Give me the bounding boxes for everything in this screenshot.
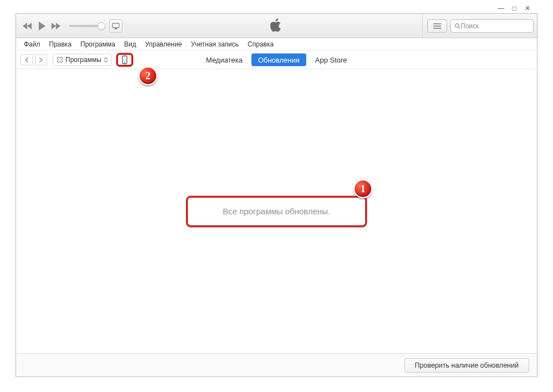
nav-bar: Программы Медиатека Обновления App Store [16,50,537,69]
category-dropdown[interactable]: Программы [53,54,112,66]
tab-library[interactable]: Медиатека [199,53,249,66]
updown-icon [104,57,108,63]
footer-bar: Проверить наличие обновлений [16,353,537,376]
app-window: Файл Правка Программа Вид Управление Уче… [16,13,537,377]
apps-icon [57,56,63,63]
menu-account[interactable]: Учетная запись [186,39,243,49]
window-close-button[interactable]: ✕ [521,3,534,13]
svg-rect-0 [112,23,119,28]
titlebar [16,14,537,38]
svg-point-4 [455,23,458,27]
annotation-badge-1: 1 [354,179,372,198]
update-status-text: Все программы обновлены. [223,207,330,216]
search-box[interactable] [450,19,534,33]
forward-button[interactable] [35,54,47,65]
back-button[interactable] [21,54,33,65]
phone-icon [122,55,127,64]
tab-updates[interactable]: Обновления [252,53,306,66]
previous-track-button[interactable] [22,20,34,32]
tab-appstore[interactable]: App Store [309,53,354,66]
category-label: Программы [65,56,101,64]
content-area: Все программы обновлены. [16,69,537,353]
svg-line-5 [458,27,460,28]
apple-logo-icon [270,18,283,34]
search-input[interactable] [460,22,530,30]
list-view-toggle[interactable] [427,19,447,33]
svg-point-7 [124,62,125,63]
volume-slider[interactable] [69,25,101,27]
next-track-button[interactable] [50,20,63,32]
window-minimize-button[interactable]: — [494,3,508,13]
check-updates-button[interactable]: Проверить наличие обновлений [404,358,529,373]
search-icon [454,23,460,29]
menu-help[interactable]: Справка [243,39,278,49]
device-button[interactable] [116,53,133,66]
menu-view[interactable]: Вид [120,39,141,49]
menu-bar: Файл Правка Программа Вид Управление Уче… [16,38,537,50]
play-button[interactable] [36,20,48,32]
menu-controls[interactable]: Управление [141,39,187,49]
menu-file[interactable]: Файл [19,39,45,49]
menu-edit[interactable]: Правка [45,39,76,49]
annotation-badge-2: 2 [139,66,157,85]
menu-program[interactable]: Программа [76,39,120,49]
update-status-box: Все программы обновлены. [186,196,367,227]
airplay-button[interactable] [109,19,122,33]
window-maximize-button[interactable]: □ [508,3,521,13]
